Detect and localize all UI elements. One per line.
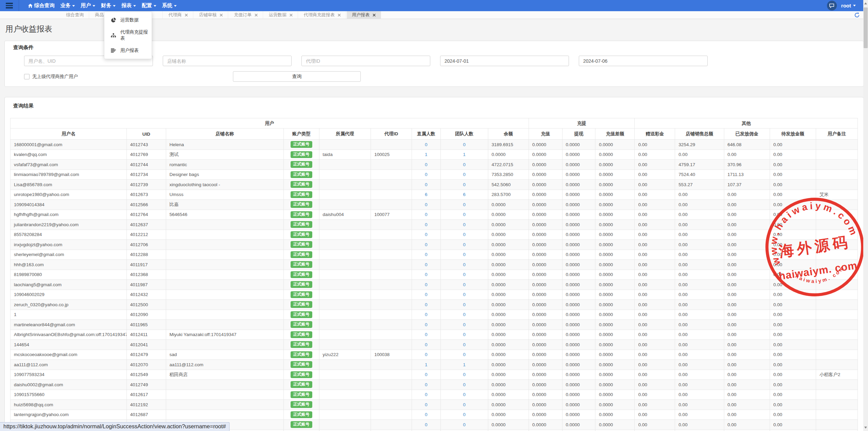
nav-item-1[interactable]: 业务: [60, 0, 75, 11]
team-count-link[interactable]: 1: [463, 152, 466, 157]
scrollbar-thumb[interactable]: [864, 7, 868, 48]
tab-2[interactable]: 代理商: [163, 11, 193, 19]
team-count-link[interactable]: 0: [463, 332, 466, 337]
shop-name-input[interactable]: [163, 56, 292, 66]
team-count-link[interactable]: 0: [463, 422, 466, 427]
team-count-link[interactable]: 0: [463, 162, 466, 167]
dropdown-item-0[interactable]: 运营数据: [104, 14, 152, 26]
direct-count-link[interactable]: 0: [425, 412, 428, 417]
user-menu[interactable]: root: [841, 3, 856, 8]
nav-item-5[interactable]: 配置: [142, 0, 156, 11]
refresh-icon[interactable]: [854, 12, 860, 18]
direct-count-link[interactable]: 0: [425, 222, 428, 227]
team-count-link[interactable]: 0: [463, 222, 466, 227]
direct-count-link[interactable]: 0: [425, 402, 428, 407]
team-count-link[interactable]: 0: [463, 352, 466, 357]
chat-button[interactable]: [827, 1, 837, 11]
team-count-link[interactable]: 0: [463, 182, 466, 187]
cell-recharge-diff: 0.0000: [595, 150, 635, 160]
team-count-link[interactable]: 0: [463, 232, 466, 237]
no-agent-checkbox[interactable]: [24, 74, 29, 79]
date-to-input[interactable]: [579, 56, 708, 66]
team-count-link[interactable]: 0: [463, 342, 466, 347]
team-count-link[interactable]: 0: [463, 392, 466, 397]
direct-count-link[interactable]: 0: [425, 352, 428, 357]
agent-id-input[interactable]: [301, 56, 430, 66]
direct-count-link[interactable]: 0: [425, 262, 428, 267]
team-count-link[interactable]: 6: [463, 192, 466, 197]
direct-count-link[interactable]: 0: [425, 162, 428, 167]
vertical-scrollbar[interactable]: [863, 0, 868, 431]
direct-count-link[interactable]: 1: [425, 152, 428, 157]
direct-count-link[interactable]: 0: [425, 202, 428, 207]
tab-close-icon[interactable]: [255, 14, 258, 17]
team-count-link[interactable]: 0: [463, 272, 466, 277]
direct-count-link[interactable]: 0: [425, 232, 428, 237]
tab-close-icon[interactable]: [338, 14, 341, 17]
direct-count-link[interactable]: 6: [425, 192, 428, 197]
tab-close-icon[interactable]: [185, 14, 188, 17]
direct-count-link[interactable]: 0: [425, 272, 428, 277]
tab-5[interactable]: 运营数据: [264, 11, 298, 19]
direct-count-link[interactable]: 0: [425, 142, 428, 147]
team-count-link[interactable]: 0: [463, 202, 466, 207]
team-count-link[interactable]: 0: [463, 322, 466, 327]
direct-count-link[interactable]: 0: [425, 242, 428, 247]
team-count-link[interactable]: 0: [463, 242, 466, 247]
tab-3[interactable]: 店铺审核: [194, 11, 228, 19]
team-count-link[interactable]: 1: [463, 362, 466, 367]
direct-count-link[interactable]: 0: [425, 382, 428, 387]
team-count-link[interactable]: 0: [463, 382, 466, 387]
direct-count-link[interactable]: 0: [425, 422, 428, 427]
direct-count-link[interactable]: 0: [425, 252, 428, 257]
cell-shop-sales-total: 0.00: [675, 280, 724, 290]
scrollbar-down-arrow-icon[interactable]: [863, 425, 868, 430]
team-count-link[interactable]: 0: [463, 402, 466, 407]
team-count-link[interactable]: 0: [463, 412, 466, 417]
tab-7[interactable]: 用户报表: [347, 11, 381, 19]
direct-count-link[interactable]: 0: [425, 292, 428, 297]
direct-count-link[interactable]: 0: [425, 332, 428, 337]
tab-close-icon[interactable]: [220, 14, 223, 17]
direct-count-link[interactable]: 0: [425, 372, 428, 377]
cell-direct-count: 0: [412, 200, 440, 210]
tab-close-icon[interactable]: [373, 14, 376, 17]
nav-item-4[interactable]: 报表: [121, 0, 136, 11]
team-count-link[interactable]: 0: [463, 302, 466, 307]
nav-item-6[interactable]: 系统: [162, 0, 177, 11]
team-count-link[interactable]: 0: [463, 172, 466, 177]
tab-0[interactable]: 综合查询: [61, 11, 89, 19]
direct-count-link[interactable]: 0: [425, 392, 428, 397]
direct-count-link[interactable]: 0: [425, 322, 428, 327]
direct-count-link[interactable]: 1: [425, 362, 428, 367]
hamburger-menu-button[interactable]: [0, 0, 19, 11]
dropdown-item-1[interactable]: 代理商充提报表: [104, 26, 152, 44]
cell-username: linmiaomiao789789@gmail.com: [11, 170, 127, 180]
nav-item-2[interactable]: 用户: [81, 0, 95, 11]
direct-count-link[interactable]: 0: [425, 212, 428, 217]
team-count-link[interactable]: 0: [463, 142, 466, 147]
team-count-link[interactable]: 0: [463, 372, 466, 377]
direct-count-link[interactable]: 0: [425, 302, 428, 307]
team-count-link[interactable]: 0: [463, 282, 466, 287]
team-count-link[interactable]: 0: [463, 292, 466, 297]
direct-count-link[interactable]: 0: [425, 312, 428, 317]
tab-6[interactable]: 代理商充提报表: [299, 11, 346, 19]
search-button[interactable]: 查询: [233, 71, 361, 82]
cell-team-count: 0: [440, 250, 488, 260]
team-count-link[interactable]: 0: [463, 212, 466, 217]
direct-count-link[interactable]: 0: [425, 282, 428, 287]
nav-item-0[interactable]: 综合查询: [28, 0, 55, 11]
direct-count-link[interactable]: 0: [425, 342, 428, 347]
direct-count-link[interactable]: 0: [425, 172, 428, 177]
team-count-link[interactable]: 0: [463, 252, 466, 257]
team-count-link[interactable]: 0: [463, 262, 466, 267]
direct-count-link[interactable]: 0: [425, 182, 428, 187]
nav-item-3[interactable]: 财务: [101, 0, 116, 11]
tab-close-icon[interactable]: [290, 14, 293, 17]
date-from-input[interactable]: [440, 56, 569, 66]
dropdown-item-2[interactable]: 用户报表: [104, 44, 152, 57]
team-count-link[interactable]: 0: [463, 312, 466, 317]
scrollbar-up-arrow-icon[interactable]: [863, 1, 868, 6]
tab-4[interactable]: 充值订单: [229, 11, 263, 19]
